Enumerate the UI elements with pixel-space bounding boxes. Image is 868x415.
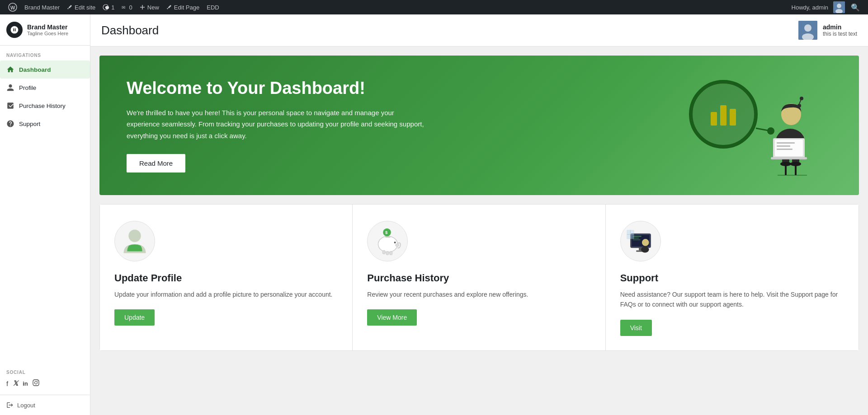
sidebar-nav: Dashboard Profile Purchase History Suppo… xyxy=(0,61,90,133)
svg-rect-30 xyxy=(775,140,803,156)
sidebar-logout[interactable]: Logout xyxy=(0,395,90,415)
svg-text:💬: 💬 xyxy=(105,5,109,10)
read-more-button[interactable]: Read More xyxy=(127,154,185,173)
logo-icon xyxy=(6,22,23,38)
svg-rect-33 xyxy=(777,149,793,150)
tagline: Tagline Goes Here xyxy=(27,31,68,36)
svg-rect-17 xyxy=(730,109,736,126)
logout-label: Logout xyxy=(17,402,35,409)
sidebar-item-profile-label: Profile xyxy=(19,84,36,91)
page-wrapper: Brand Master Tagline Goes Here Navigatio… xyxy=(0,14,868,415)
admin-avatar-bar[interactable] xyxy=(833,1,845,13)
sidebar-item-support[interactable]: Support xyxy=(0,115,90,133)
sidebar-item-dashboard[interactable]: Dashboard xyxy=(0,61,90,79)
new-content-link[interactable]: New xyxy=(136,0,163,14)
hero-illustration xyxy=(674,67,832,184)
svg-point-10 xyxy=(37,381,38,382)
visit-button[interactable]: Visit xyxy=(620,320,652,336)
svg-rect-44 xyxy=(386,252,389,255)
sidebar-item-purchase-history[interactable]: Purchase History xyxy=(0,97,90,115)
edd-link[interactable]: EDD xyxy=(203,0,222,14)
site-name-link[interactable]: Brand Master xyxy=(21,0,63,14)
support-card-title: Support xyxy=(620,272,844,284)
purchase-card-icon: $ xyxy=(367,221,408,261)
comments-link[interactable]: 💬 1 ✉ 0 xyxy=(99,0,136,14)
sidebar-item-purchase-history-label: Purchase History xyxy=(19,103,66,109)
user-details: admin this is test text xyxy=(823,23,857,37)
svg-point-23 xyxy=(800,97,803,100)
svg-point-47 xyxy=(396,244,399,247)
hero-description: We're thrilled to have you here! This is… xyxy=(127,107,425,142)
edit-page-link[interactable]: Edit Page xyxy=(163,0,203,14)
svg-point-59 xyxy=(641,247,649,253)
hero-banner: Welcome to Your Dashboard! We're thrille… xyxy=(99,56,859,195)
view-more-button[interactable]: View More xyxy=(367,309,417,326)
user-name: admin xyxy=(823,23,857,31)
svg-rect-43 xyxy=(383,251,386,254)
svg-text:✉: ✉ xyxy=(122,5,125,10)
user-avatar xyxy=(798,21,817,40)
svg-point-41 xyxy=(378,236,398,252)
svg-text:$: $ xyxy=(385,230,388,235)
howdy-text: Howdy, admin xyxy=(789,4,831,11)
update-profile-button[interactable]: Update xyxy=(114,309,155,326)
svg-point-39 xyxy=(128,230,141,242)
twitter-icon[interactable]: 𝕏 xyxy=(13,379,18,387)
logout-button[interactable]: Logout xyxy=(6,401,84,409)
brand-name: Brand Master xyxy=(27,23,68,31)
svg-rect-8 xyxy=(33,380,39,386)
svg-point-58 xyxy=(642,239,649,246)
svg-point-21 xyxy=(797,104,801,107)
svg-rect-16 xyxy=(720,105,726,126)
svg-rect-45 xyxy=(390,252,392,255)
svg-text:W: W xyxy=(10,5,15,10)
linkedin-icon[interactable]: in xyxy=(23,380,28,387)
card-support: Support Need assistance? Our support tea… xyxy=(606,205,859,350)
svg-point-9 xyxy=(34,382,37,384)
admin-bar: W Brand Master Edit site 💬 1 ✉ 0 New Edi… xyxy=(0,0,868,14)
card-update-profile: Update Profile Update your information a… xyxy=(100,205,353,350)
instagram-icon[interactable] xyxy=(33,379,39,387)
svg-rect-31 xyxy=(777,142,795,144)
svg-rect-15 xyxy=(711,112,717,126)
profile-card-desc: Update your information and add a profil… xyxy=(114,289,338,299)
hero-title: Welcome to Your Dashboard! xyxy=(127,78,425,99)
profile-card-icon xyxy=(114,221,155,261)
sidebar-item-profile[interactable]: Profile xyxy=(0,79,90,97)
svg-point-6 xyxy=(837,4,841,8)
support-card-icon xyxy=(620,221,661,261)
svg-rect-55 xyxy=(632,239,641,240)
main-content: Dashboard admin this is test text Welc xyxy=(90,14,868,415)
purchase-card-desc: Review your recent purchases and explore… xyxy=(367,289,590,299)
admin-bar-right: Howdy, admin 🔍 xyxy=(789,1,863,13)
social-icons: f 𝕏 in xyxy=(6,379,84,387)
sidebar-item-support-label: Support xyxy=(19,121,40,127)
card-purchase-history: $ Purchase History Review your recent pu… xyxy=(353,205,605,350)
sidebar-item-dashboard-label: Dashboard xyxy=(19,66,51,73)
main-header: Dashboard admin this is test text xyxy=(90,14,868,47)
svg-point-12 xyxy=(804,24,811,32)
hero-content: Welcome to Your Dashboard! We're thrille… xyxy=(127,78,425,173)
sidebar-logo: Brand Master Tagline Goes Here xyxy=(0,14,90,46)
page-title: Dashboard xyxy=(101,23,159,37)
user-info: admin this is test text xyxy=(798,21,857,40)
purchase-card-title: Purchase History xyxy=(367,272,590,284)
nav-section-label: Navigations xyxy=(0,46,90,61)
svg-rect-42 xyxy=(385,236,391,238)
logo-text: Brand Master Tagline Goes Here xyxy=(27,23,68,36)
svg-rect-34 xyxy=(771,157,807,159)
facebook-icon[interactable]: f xyxy=(6,380,8,387)
user-sub: this is test text xyxy=(823,31,857,37)
svg-point-46 xyxy=(394,242,396,243)
cards-section: Update Profile Update your information a… xyxy=(99,204,859,351)
support-card-desc: Need assistance? Our support team is her… xyxy=(620,289,844,310)
sidebar-social: Social f 𝕏 in xyxy=(0,363,90,395)
social-label: Social xyxy=(6,370,84,375)
profile-card-title: Update Profile xyxy=(114,272,338,284)
sidebar: Brand Master Tagline Goes Here Navigatio… xyxy=(0,14,90,415)
edit-site-link[interactable]: Edit site xyxy=(63,0,99,14)
svg-rect-32 xyxy=(777,145,790,147)
search-icon[interactable]: 🔍 xyxy=(847,3,863,12)
wp-logo[interactable]: W xyxy=(5,0,21,14)
